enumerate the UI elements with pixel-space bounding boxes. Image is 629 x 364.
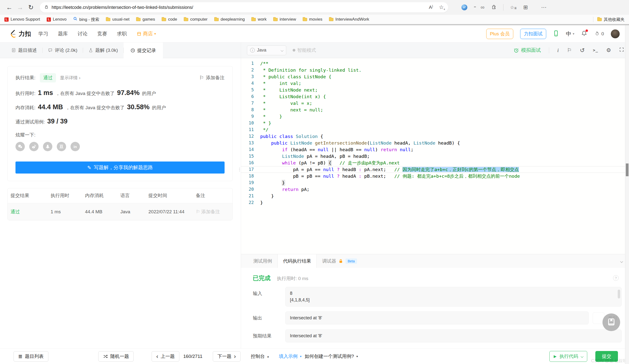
mock-interview-button[interactable]: 模拟面试 [513, 47, 541, 54]
info-icon[interactable]: i [557, 47, 559, 54]
code-line[interactable]: 10 * } [241, 120, 629, 126]
howto-testcase-link[interactable]: 如何创建一个测试用例? ▾ [305, 353, 358, 360]
problem-list-button[interactable]: ≣ 题目列表 [13, 351, 48, 362]
nav-item-jobs[interactable]: 求职 [117, 30, 127, 37]
link-icon[interactable]: ∞ [480, 4, 484, 10]
code-line[interactable]: 22} [241, 199, 629, 206]
table-cell[interactable]: ⚐ 添加备注 [196, 209, 220, 215]
code-line[interactable]: 3 * public class ListNode { [241, 73, 629, 80]
run-code-button[interactable]: ▶ 执行代码 [549, 351, 587, 362]
settings-gear-icon[interactable]: ⚙ [606, 47, 611, 54]
reset-code-icon[interactable]: ↺ [580, 47, 585, 54]
nav-item-store[interactable]: 商店 ▾ [137, 30, 156, 37]
expected-field[interactable]: Intersected at '8' [285, 329, 622, 342]
address-bar[interactable]: https://leetcode.cn/problems/intersectio… [40, 2, 448, 12]
bookmark-item[interactable]: InterviewAndWork [329, 17, 369, 22]
write-solution-button[interactable]: ✎ 写题解，分享我的解题思路 [15, 162, 225, 174]
plus-member-button[interactable]: Plus 会员 [486, 29, 513, 39]
status-badge[interactable]: 通过 [40, 73, 56, 83]
bookmark-item[interactable]: bing - 搜索 [73, 17, 99, 22]
tab-description[interactable]: 题目描述 [6, 42, 42, 58]
help-icon[interactable]: ? [613, 275, 619, 281]
bookmark-item[interactable]: interview [273, 17, 296, 22]
submit-button[interactable]: 提交 [595, 351, 618, 362]
douban-share-icon[interactable]: 豆 [57, 142, 66, 151]
tab-comments[interactable]: 评论 (2.0k) [42, 42, 83, 58]
bookmark-item[interactable]: work [251, 17, 267, 22]
nav-item-contest[interactable]: 竞赛 [97, 30, 107, 37]
code-line[interactable]: 13 public ListNode getIntersectionNode(L… [241, 140, 629, 146]
daily-streak[interactable]: 0 [594, 31, 604, 37]
weibo-share-icon[interactable] [29, 142, 39, 151]
code-line[interactable]: 2 * Definition for singly-linked list. [241, 67, 629, 73]
code-line[interactable]: 4 * int val; [241, 80, 629, 87]
tab-testcase[interactable]: 测试用例 [248, 254, 277, 268]
bookmark-item[interactable]: games [136, 17, 155, 22]
collections-icon[interactable]: ⊞ [523, 4, 528, 10]
code-line[interactable]: 21 } [241, 193, 629, 199]
refresh-icon[interactable]: ↻ [25, 4, 36, 11]
bookmark-item[interactable]: computer [184, 17, 208, 22]
nav-item-learn[interactable]: 学习 [38, 30, 48, 37]
code-line[interactable]: 16 while (pA != pB) { // 走一步由pA变为pA.next [241, 160, 629, 166]
fill-example-button[interactable]: 填入示例 ▾ [279, 353, 302, 360]
leetcode-interview-button[interactable]: 力扣面试 [520, 29, 546, 39]
forward-icon[interactable]: → [15, 4, 25, 11]
code-line[interactable]: 8 * next = null; [241, 106, 629, 113]
notifications-bell-icon[interactable] [581, 30, 587, 37]
bookmark-item[interactable]: usual-net [106, 17, 130, 22]
bookmark-item[interactable]: LLenovo Support [4, 17, 40, 22]
read-aloud-icon[interactable]: A) [429, 4, 433, 10]
prev-problem-button[interactable]: ‹ 上一题 [152, 351, 179, 362]
table-row[interactable]: 通过1 ms44.4 MBJava2022/07/22 11:44⚐ 添加备注 [8, 203, 232, 220]
code-line[interactable]: 7 * val = x; [241, 100, 629, 106]
favorites-bar-icon[interactable]: ☆≣ [510, 5, 517, 10]
browser-menu-icon[interactable]: ⋯ [541, 4, 546, 10]
url-text[interactable]: https://leetcode.cn/problems/intersectio… [52, 5, 423, 10]
code-line[interactable]: 1/** [241, 60, 629, 67]
qq-share-icon[interactable] [43, 142, 52, 151]
csdn-float-button[interactable] [603, 313, 620, 331]
code-editor[interactable]: 1/**2 * Definition for singly-linked lis… [241, 58, 629, 254]
table-cell[interactable]: 通过 [10, 209, 51, 215]
bookmark-item[interactable]: code [162, 17, 177, 22]
input-field[interactable]: 8 [4,1,8,4,5] [285, 287, 622, 307]
code-line[interactable]: 20 return pA; [241, 186, 629, 193]
add-note-button[interactable]: ⚐ 添加备注 [199, 75, 225, 81]
code-line[interactable]: 15 ListNode pA = headA, pB = headB; [241, 153, 629, 160]
collapse-console-icon[interactable] [621, 259, 623, 263]
nav-item-discuss[interactable]: 讨论 [78, 30, 87, 37]
terminal-icon[interactable]: >_ [593, 48, 598, 53]
language-selector[interactable]: 中 ▾ [566, 30, 574, 38]
fullscreen-icon[interactable] [619, 47, 624, 54]
linkedin-share-icon[interactable]: in [71, 142, 80, 151]
tab-debugger[interactable]: 调试器 Beta [317, 254, 362, 268]
leetcode-logo[interactable]: 力扣 [9, 29, 31, 38]
bookmark-item[interactable]: LLenovo [47, 17, 67, 22]
code-line[interactable]: 19 } [241, 180, 629, 186]
add-favorite-icon[interactable]: ☆+ [439, 4, 444, 10]
code-line[interactable]: 11 */ [241, 126, 629, 133]
tab-submissions[interactable]: 提交记录 [124, 42, 163, 58]
bookmark-item[interactable]: movies [303, 17, 322, 22]
output-field[interactable]: Intersected at '8' [285, 311, 589, 324]
tab-solutions[interactable]: 题解 (3.0k) [83, 42, 123, 58]
code-line[interactable]: 18 pB = pB == null ? headA : pB.next; //… [241, 173, 629, 180]
show-detail-link[interactable]: 显示详情 › [60, 75, 80, 81]
field-scrollbar[interactable] [618, 290, 620, 298]
page-scrollbar[interactable] [625, 25, 629, 364]
wechat-share-icon[interactable] [15, 142, 25, 151]
smart-mode-indicator[interactable]: 智能模式 [293, 47, 316, 54]
page-scrollbar-thumb[interactable] [626, 164, 629, 176]
next-problem-button[interactable]: 下一题 › [213, 351, 241, 362]
extension-blue-icon[interactable] [462, 4, 467, 10]
random-problem-button[interactable]: 随机一题 [98, 351, 134, 362]
tab-run-result[interactable]: 代码执行结果 [277, 254, 317, 268]
user-avatar[interactable] [611, 29, 620, 38]
code-line[interactable]: 14 if (headA == null || headB == null) r… [241, 146, 629, 153]
bookmark-item[interactable]: deeplearning [214, 17, 245, 22]
mobile-app-icon[interactable] [553, 30, 559, 38]
nav-item-problems[interactable]: 题库 [58, 30, 68, 37]
flag-icon[interactable]: ⚐ [567, 47, 572, 54]
code-line[interactable]: 12public class Solution { [241, 133, 629, 140]
